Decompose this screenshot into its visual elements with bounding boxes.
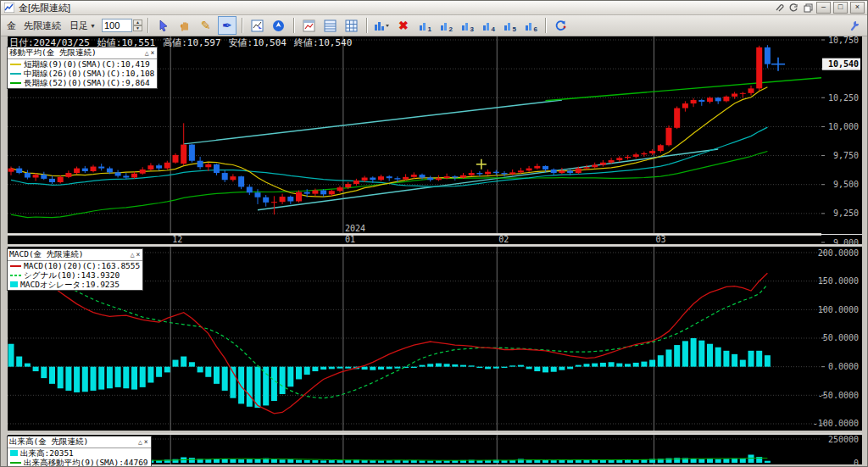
chart-slot-6-button[interactable]: 6 <box>521 16 540 35</box>
volume-legend-title: 出来高(金 先限連続) <box>9 436 137 448</box>
navigate-compass-button[interactable] <box>270 16 288 35</box>
legend-row: MACDオシレータ:19.9235 <box>8 280 142 289</box>
minimize-button[interactable]: – <box>816 2 831 14</box>
chart-window: 金[先限連続] – □ × 金 先限連続 日足 ▼ ▲▼ <box>0 0 868 467</box>
titlebar: 金[先限連続] – □ × <box>1 1 867 15</box>
toolbar-separator <box>545 18 547 33</box>
info-close: 終値:10,540 <box>294 37 352 48</box>
svg-text:03: 03 <box>656 235 666 244</box>
legend-row: 中期線(26)(0)(SMA)(C):10,108 <box>8 69 157 78</box>
info-high: 高値:10,597 <box>163 37 220 48</box>
svg-text:10,250: 10,250 <box>828 93 859 103</box>
contract-label: 先限連続 <box>21 19 64 32</box>
macd-line-swatch <box>10 265 21 267</box>
legend-close-icon[interactable]: × <box>150 49 156 57</box>
chart-area: 1201202402039,0009,2509,5009,75010,00010… <box>1 36 868 467</box>
legend-row: 出来高:20351 <box>8 448 151 458</box>
window-title: 金[先限連続] <box>19 2 70 14</box>
legend-row: 短期線(9)(0)(SMA)(C):10,419 <box>8 59 157 69</box>
chart-slot-4-button[interactable]: 4 <box>479 16 498 35</box>
pointer-tool-button[interactable] <box>154 16 173 35</box>
trendline-pen-tool-button[interactable]: ✒ <box>218 16 236 35</box>
settings-wrench-icon[interactable] <box>845 16 864 35</box>
chart-window-button[interactable] <box>300 16 319 35</box>
legend-row: 出来高移動平均(9)(SMA):44769 <box>8 458 151 467</box>
link-chart-icon[interactable] <box>787 3 799 13</box>
close-button[interactable]: × <box>850 2 865 14</box>
svg-text:01: 01 <box>345 235 355 244</box>
chart-slot-5-button[interactable]: 5 <box>500 16 519 35</box>
chart-slot-2-button[interactable]: 2 <box>437 16 455 35</box>
ma-legend-title: 移動平均(金 先限連続) <box>9 47 144 58</box>
maximize-button[interactable]: □ <box>833 2 848 14</box>
chart-slot-3-button[interactable]: 3 <box>458 16 476 35</box>
svg-text:0.0000: 0.0000 <box>828 362 859 371</box>
svg-text:10,540: 10,540 <box>828 59 859 69</box>
svg-text:150.0000: 150.0000 <box>818 276 859 286</box>
signal-line-swatch <box>10 275 21 276</box>
indicator-bars-dropdown-button[interactable] <box>373 16 392 35</box>
legend-collapse-icon[interactable]: △ <box>144 49 150 57</box>
legend-collapse-icon[interactable]: △ <box>137 438 143 446</box>
volume-swatch <box>10 450 18 456</box>
ma-long-swatch <box>10 82 21 84</box>
symbol-label: 金 <box>4 19 19 32</box>
volume-ma-swatch <box>10 462 21 464</box>
svg-text:0: 0 <box>854 459 859 467</box>
macd-legend-title: MACD(金 先限連続) <box>9 249 130 260</box>
toolbar-separator <box>293 18 295 33</box>
timeframe-dropdown[interactable]: 日足 ▼ <box>66 18 99 34</box>
svg-text:12: 12 <box>172 235 182 244</box>
svg-text:10,750: 10,750 <box>828 36 859 45</box>
svg-text:2024: 2024 <box>345 224 365 233</box>
svg-text:02: 02 <box>498 235 509 244</box>
duplicate-icon[interactable] <box>802 3 814 13</box>
svg-text:9,750: 9,750 <box>833 151 859 160</box>
bar-count-input[interactable] <box>102 19 132 32</box>
svg-text:-50.0000: -50.0000 <box>818 391 859 400</box>
volume-legend: 出来高(金 先限連続) △ × 出来高:20351 出来高移動平均(9)(SMA… <box>7 436 152 467</box>
svg-text:250000: 250000 <box>828 435 859 444</box>
svg-text:50.0000: 50.0000 <box>823 333 859 342</box>
legend-row: 長期線(52)(0)(SMA)(C):9,864 <box>8 78 157 87</box>
pan-hand-tool-button[interactable] <box>175 16 194 35</box>
chevron-down-icon: ▼ <box>90 23 96 29</box>
quote-table-button[interactable] <box>321 16 340 35</box>
legend-close-icon[interactable]: × <box>135 251 141 259</box>
app-icon <box>3 3 15 13</box>
ma-short-swatch <box>10 64 21 65</box>
toolbar: 金 先限連続 日足 ▼ ▲▼ ✎ ✒ <box>1 15 867 36</box>
toolbar-separator <box>366 18 368 33</box>
attach-icon[interactable] <box>773 3 785 13</box>
legend-row: MACD(10)(20)(C):163.8555 <box>8 261 142 270</box>
remove-indicator-button[interactable]: ✖ <box>394 16 413 35</box>
svg-text:9,250: 9,250 <box>833 208 859 218</box>
toolbar-separator <box>242 18 243 33</box>
macd-osc-swatch <box>10 281 18 287</box>
ma-mid-swatch <box>10 73 21 75</box>
legend-collapse-icon[interactable]: △ <box>130 251 136 259</box>
chart-cursor-button[interactable] <box>248 16 267 35</box>
ma-legend: 移動平均(金 先限連続) △ × 短期線(9)(0)(SMA)(C):10,41… <box>7 47 158 89</box>
pencil-tool-button[interactable]: ✎ <box>197 16 215 35</box>
bar-count-spinner[interactable]: ▲▼ <box>102 19 142 32</box>
legend-close-icon[interactable]: × <box>143 438 149 446</box>
refresh-button[interactable] <box>552 16 570 35</box>
chart-slot-1-button[interactable]: 1 <box>415 16 434 35</box>
svg-text:-100.0000: -100.0000 <box>813 419 859 428</box>
toolbar-separator <box>147 18 149 33</box>
macd-legend: MACD(金 先限連続) △ × MACD(10)(20)(C):163.855… <box>7 248 143 291</box>
svg-text:9,500: 9,500 <box>833 180 859 189</box>
svg-text:200.0000: 200.0000 <box>818 248 859 258</box>
svg-text:100.0000: 100.0000 <box>818 305 859 314</box>
grid-layout-button[interactable] <box>342 16 361 35</box>
info-low: 安値:10,504 <box>229 37 287 48</box>
spinner-arrows[interactable]: ▲▼ <box>133 19 142 31</box>
legend-row: シグナル(10):143.9320 <box>8 270 142 280</box>
svg-text:10,000: 10,000 <box>828 122 859 131</box>
